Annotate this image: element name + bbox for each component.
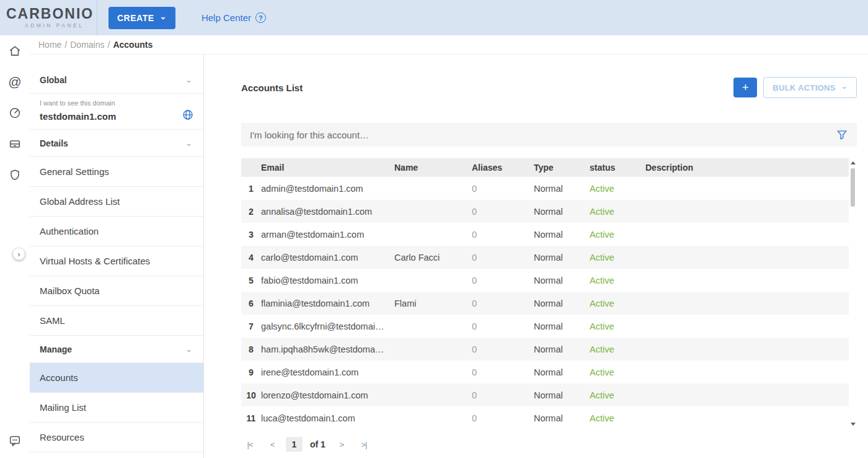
current-page: 1 bbox=[286, 437, 303, 452]
row-index: 10 bbox=[241, 390, 261, 400]
scroll-up-arrow-icon[interactable] bbox=[851, 161, 856, 164]
cell-email: carlo@testdomain1.com bbox=[261, 253, 394, 263]
cell-aliases: 0 bbox=[472, 207, 534, 217]
cell-aliases: 0 bbox=[472, 184, 534, 194]
cell-status: Active bbox=[590, 390, 645, 400]
cell-type: Normal bbox=[534, 367, 590, 377]
table-row[interactable]: 1admin@testdomain1.com0NormalActive bbox=[241, 177, 849, 200]
nav-monitoring-button[interactable] bbox=[0, 97, 30, 128]
main-actions: + BULK ACTIONS ⌄ bbox=[733, 77, 857, 98]
sidebar-section-details[interactable]: Details⌄ bbox=[30, 130, 203, 157]
breadcrumb-current: Accounts bbox=[113, 40, 153, 50]
last-page-button[interactable]: >| bbox=[355, 440, 373, 449]
gauge-icon bbox=[8, 106, 22, 120]
storage-icon bbox=[8, 137, 22, 151]
sidebar-item-resources[interactable]: Resources bbox=[30, 423, 203, 452]
sidebar-collapse-toggle[interactable]: › bbox=[13, 248, 25, 260]
sidebar-item-authentication[interactable]: Authentication bbox=[30, 217, 203, 246]
row-index: 6 bbox=[241, 299, 261, 308]
chevron-down-icon: ⌄ bbox=[841, 82, 848, 91]
globe-icon bbox=[182, 109, 193, 123]
breadcrumb: Home / Domains / Accounts bbox=[30, 35, 868, 55]
cell-email: fabio@testdomain1.com bbox=[261, 276, 394, 285]
sidebar-item-general-settings[interactable]: General Settings bbox=[30, 157, 203, 187]
chevron-down-icon: ⌄ bbox=[185, 344, 192, 354]
add-account-button[interactable]: + bbox=[733, 78, 757, 97]
table-row[interactable]: 11luca@testdomain1.com0NormalActive bbox=[241, 406, 849, 429]
question-mark-icon: ? bbox=[255, 12, 266, 23]
table-row[interactable]: 8ham.ipqha8h5wk@testdoma…0NormalActive bbox=[241, 338, 849, 361]
table-row[interactable]: 6flaminia@testdomain1.comFlami0NormalAct… bbox=[241, 292, 849, 315]
row-index: 9 bbox=[241, 367, 261, 377]
table-row[interactable]: 7galsync.6lkcyfrni@testdomai…0NormalActi… bbox=[241, 315, 849, 338]
create-button[interactable]: CREATE ⌄ bbox=[108, 7, 175, 29]
chevron-down-icon: ⌄ bbox=[185, 75, 192, 84]
breadcrumb-domains[interactable]: Domains bbox=[70, 40, 104, 50]
search-input[interactable] bbox=[250, 130, 789, 140]
sidebar-item-mailbox-quota[interactable]: Mailbox Quota bbox=[30, 276, 203, 306]
row-index: 3 bbox=[241, 230, 261, 240]
cell-aliases: 0 bbox=[472, 276, 534, 285]
cell-status: Active bbox=[590, 276, 645, 285]
cell-type: Normal bbox=[534, 299, 590, 308]
sidebar-item-virtual-hosts-certificates[interactable]: Virtual Hosts & Certificates bbox=[30, 246, 203, 276]
cell-status: Active bbox=[590, 253, 645, 263]
next-page-button[interactable]: > bbox=[333, 440, 350, 449]
table-row[interactable]: 9irene@testdomain1.com0NormalActive bbox=[241, 361, 849, 384]
section-label: Global bbox=[40, 75, 67, 85]
prev-page-button[interactable]: < bbox=[264, 440, 281, 449]
row-index: 8 bbox=[241, 344, 261, 354]
cell-aliases: 0 bbox=[472, 390, 534, 400]
nav-domains-button[interactable]: @ bbox=[0, 66, 30, 97]
section-label: Details bbox=[40, 138, 68, 148]
cell-aliases: 0 bbox=[472, 321, 534, 331]
breadcrumb-home[interactable]: Home bbox=[38, 40, 61, 50]
domain-picker-label: I want to see this domain bbox=[40, 99, 193, 107]
cell-status: Active bbox=[590, 344, 645, 354]
sidebar-list: Global⌄I want to see this domaintestdoma… bbox=[30, 66, 203, 452]
sidebar-item-global-address-list[interactable]: Global Address List bbox=[30, 187, 203, 217]
table-row[interactable]: 4carlo@testdomain1.comCarlo Facci0Normal… bbox=[241, 246, 849, 269]
main-content: Accounts List + BULK ACTIONS ⌄ EmailName… bbox=[204, 55, 868, 458]
table-row[interactable]: 2annalisa@testdomain1.com0NormalActive bbox=[241, 200, 849, 223]
cell-type: Normal bbox=[534, 207, 590, 217]
column-header-email: Email bbox=[261, 163, 394, 173]
filter-button[interactable] bbox=[836, 128, 848, 141]
scrollbar-thumb[interactable] bbox=[851, 168, 855, 207]
feedback-button[interactable] bbox=[0, 423, 30, 458]
table-row[interactable]: 10lorenzo@testdomain1.com0NormalActive bbox=[241, 384, 849, 406]
table-body: 1admin@testdomain1.com0NormalActive2anna… bbox=[241, 177, 849, 429]
sidebar-section-manage[interactable]: Manage⌄ bbox=[30, 336, 203, 363]
cell-status: Active bbox=[590, 367, 645, 377]
cell-type: Normal bbox=[534, 253, 590, 263]
section-label: Manage bbox=[40, 344, 72, 354]
create-button-label: CREATE bbox=[117, 13, 154, 23]
sidebar: Global⌄I want to see this domaintestdoma… bbox=[30, 55, 204, 458]
nav-home-button[interactable] bbox=[0, 35, 30, 66]
nav-storage-button[interactable] bbox=[0, 128, 30, 159]
chevron-down-icon: ⌄ bbox=[160, 12, 167, 20]
cell-status: Active bbox=[590, 299, 645, 308]
sidebar-item-saml[interactable]: SAML bbox=[30, 306, 203, 336]
table-scrollbar[interactable] bbox=[849, 158, 857, 429]
sidebar-section-global[interactable]: Global⌄ bbox=[30, 66, 203, 94]
cell-aliases: 0 bbox=[472, 367, 534, 377]
main-header: Accounts List + BULK ACTIONS ⌄ bbox=[241, 77, 857, 98]
first-page-button[interactable]: |< bbox=[241, 440, 259, 449]
row-index: 1 bbox=[241, 184, 261, 194]
bulk-actions-button[interactable]: BULK ACTIONS ⌄ bbox=[763, 77, 857, 98]
domain-picker[interactable]: I want to see this domaintestdomain1.com bbox=[30, 94, 203, 130]
table-row[interactable]: 3arman@testdomain1.com0NormalActive bbox=[241, 223, 849, 246]
table-row[interactable]: 5fabio@testdomain1.com0NormalActive bbox=[241, 269, 849, 292]
scroll-down-arrow-icon[interactable] bbox=[851, 423, 856, 426]
cell-email: galsync.6lkcyfrni@testdomai… bbox=[261, 321, 394, 331]
home-icon bbox=[8, 44, 22, 58]
sidebar-item-accounts[interactable]: Accounts bbox=[30, 363, 203, 393]
help-center-link[interactable]: Help Center ? bbox=[202, 12, 266, 23]
cell-type: Normal bbox=[534, 184, 590, 194]
nav-privacy-button[interactable] bbox=[0, 159, 30, 191]
chat-icon bbox=[8, 434, 22, 447]
cell-type: Normal bbox=[534, 276, 590, 285]
sidebar-item-mailing-list[interactable]: Mailing List bbox=[30, 393, 203, 423]
breadcrumb-separator: / bbox=[108, 40, 110, 50]
